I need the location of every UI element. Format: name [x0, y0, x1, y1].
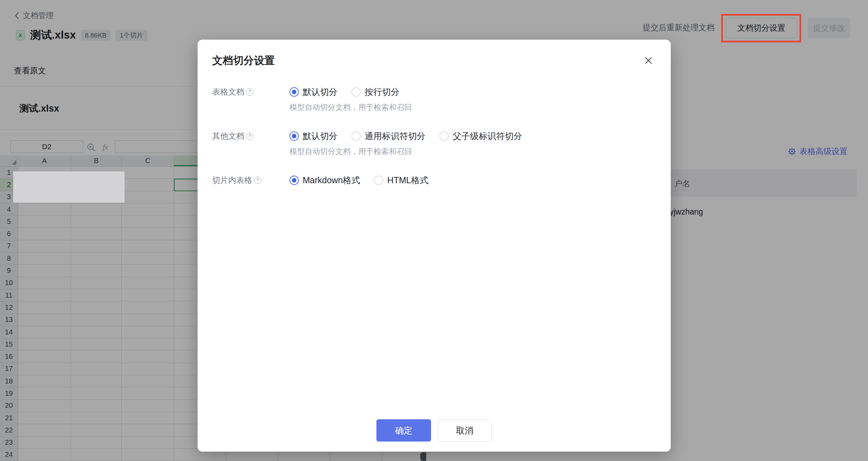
radio-group-chunk-table: Markdown格式HTML格式 [289, 175, 442, 186]
setting-row-chunk-table: 切片内表格 ? Markdown格式HTML格式 [212, 174, 442, 186]
setting-label: 表格文档 ? [212, 87, 289, 97]
radio-selected-icon[interactable] [289, 87, 299, 97]
help-icon[interactable]: ? [246, 88, 253, 96]
setting-label: 其他文档 ? [212, 131, 289, 141]
radio-group-other-doc: 默认切分通用标识符切分父子级标识符切分 [289, 130, 536, 142]
radio-option[interactable]: 父子级标识符切分 [439, 130, 522, 142]
radio-group-table-doc: 默认切分按行切分 [289, 86, 413, 98]
split-settings-dialog: 文档切分设置 表格文档 ? 默认切分按行切分 模型自动切分文档，用于检索和召回 … [198, 40, 671, 452]
radio-unselected-icon[interactable] [374, 176, 383, 185]
cancel-button[interactable]: 取消 [438, 419, 492, 442]
help-icon[interactable]: ? [246, 132, 253, 140]
close-button[interactable] [644, 56, 653, 65]
radio-option-label: 按行切分 [365, 86, 399, 98]
help-icon[interactable]: ? [254, 177, 261, 184]
radio-option[interactable]: 按行切分 [351, 86, 399, 98]
confirm-button[interactable]: 确定 [376, 419, 431, 442]
radio-selected-icon[interactable] [289, 131, 299, 141]
close-icon [644, 56, 653, 65]
radio-option-label: HTML格式 [387, 175, 428, 186]
radio-option-label: 默认切分 [303, 130, 337, 142]
radio-option[interactable]: 通用标识符切分 [351, 130, 425, 142]
setting-row-other-doc: 其他文档 ? 默认切分通用标识符切分父子级标识符切分 [212, 130, 536, 142]
setting-helper: 模型自动切分文档，用于检索和召回 [289, 102, 412, 113]
radio-option-label: 通用标识符切分 [365, 130, 425, 142]
radio-unselected-icon[interactable] [351, 131, 361, 141]
radio-option-label: Markdown格式 [303, 175, 360, 186]
setting-helper: 模型自动切分文档，用于检索和召回 [289, 146, 412, 157]
setting-row-table-doc: 表格文档 ? 默认切分按行切分 [212, 86, 413, 98]
radio-unselected-icon[interactable] [351, 87, 361, 97]
radio-option[interactable]: Markdown格式 [289, 175, 360, 186]
radio-option[interactable]: HTML格式 [374, 175, 428, 186]
setting-label: 切片内表格 ? [212, 175, 289, 186]
radio-selected-icon[interactable] [289, 176, 299, 185]
radio-unselected-icon[interactable] [439, 131, 449, 141]
dialog-title: 文档切分设置 [212, 54, 275, 68]
radio-option[interactable]: 默认切分 [289, 130, 337, 142]
radio-option-label: 父子级标识符切分 [453, 130, 522, 142]
setting-label-text: 表格文档 [212, 87, 244, 97]
setting-label-text: 其他文档 [212, 131, 244, 141]
radio-option-label: 默认切分 [303, 86, 337, 98]
radio-option[interactable]: 默认切分 [289, 86, 337, 98]
setting-label-text: 切片内表格 [212, 175, 252, 186]
redaction-block [13, 171, 125, 203]
annotation-highlight-box [721, 14, 801, 42]
